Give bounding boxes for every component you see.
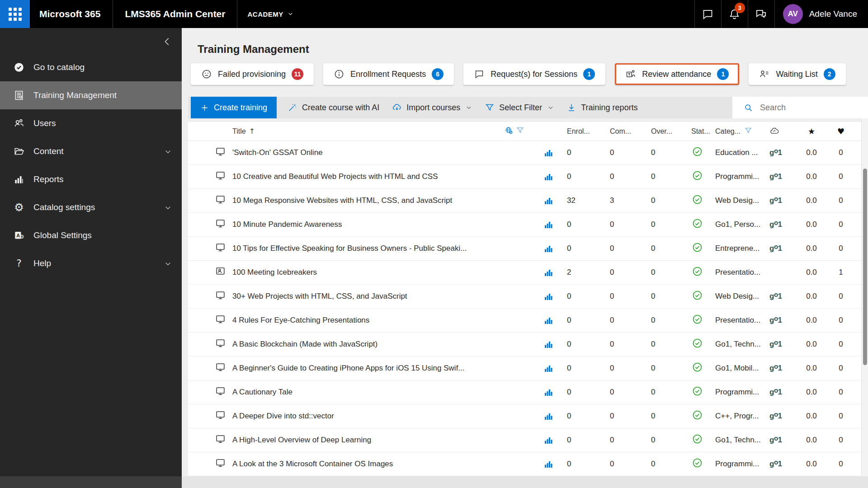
table-row[interactable]: A High-Level Overview of Deep Learning 0… [188, 428, 861, 452]
table-row[interactable]: A Deeper Dive into std::vector 0 0 0 C++… [188, 404, 861, 428]
scrollbar-thumb[interactable] [863, 169, 867, 365]
horizontal-scrollbar[interactable] [182, 476, 868, 488]
status-published-check-icon [692, 361, 703, 375]
header-enrolled[interactable]: Enrol... [558, 127, 601, 136]
search-box[interactable] [732, 97, 868, 118]
header-status[interactable]: Stat... [685, 127, 710, 136]
create-training-button[interactable]: Create training [191, 97, 277, 118]
header-title[interactable]: Title ↑ [231, 126, 538, 136]
header-category[interactable]: Categ... [710, 127, 762, 136]
training-insights-icon[interactable] [543, 316, 553, 325]
training-insights-icon[interactable] [543, 220, 553, 230]
sidebar-item-global-settings[interactable]: A⚙ Global Settings [0, 221, 182, 249]
course-monitor-icon [215, 290, 226, 303]
table-row[interactable]: 'Switch-On' GSSAT Online 0 0 0 Education… [188, 141, 861, 165]
tab-request-s-for-sessions[interactable]: Request(s) for Sessions 1 [463, 63, 605, 85]
tab-enrollment-requests[interactable]: Enrollment Requests 6 [323, 63, 454, 85]
account-button[interactable]: AV Adele Vance [775, 0, 868, 28]
training-insights-icon[interactable] [543, 172, 553, 182]
cell-rating: 0.0 [796, 244, 827, 253]
cell-title[interactable]: A Basic Blockchain (Made with JavaScript… [231, 340, 538, 349]
table-row[interactable]: 10 Tips for Effective Speaking for Busin… [188, 237, 861, 261]
app-launcher-button[interactable] [0, 0, 30, 28]
table-row[interactable]: 4 Rules For Eye-Catching Presentations 0… [188, 309, 861, 333]
sidebar-item-catalog-settings[interactable]: ⚙ Catalog settings [0, 193, 182, 221]
sidebar-item-content[interactable]: Content [0, 137, 182, 165]
chat-button[interactable] [695, 0, 721, 28]
training-insights-icon[interactable] [543, 292, 553, 301]
language-filter-icon[interactable] [505, 126, 513, 136]
category-filter-icon[interactable] [744, 127, 752, 136]
cell-enrolled: 0 [558, 412, 601, 421]
import-courses-button[interactable]: Import courses [386, 97, 478, 118]
training-reports-button[interactable]: Training reports [560, 97, 644, 118]
cell-title[interactable]: 10 Creative and Beautiful Web Projects w… [231, 172, 538, 181]
training-insights-icon[interactable] [543, 268, 553, 277]
sidebar-item-training-management[interactable]: Training Management [0, 81, 182, 109]
cell-title[interactable]: 10 Mega Responsive Websites with HTML, C… [231, 196, 538, 205]
cell-title[interactable]: A Cautionary Tale [231, 388, 538, 397]
vertical-scrollbar[interactable] [861, 118, 868, 476]
brand-microsoft-365[interactable]: Microsoft 365 [30, 9, 113, 19]
table-row[interactable]: A Cautionary Tale 0 0 0 Programmi... go1… [188, 380, 861, 404]
sidebar-item-reports[interactable]: Reports [0, 165, 182, 193]
search-input[interactable] [759, 103, 859, 113]
header-overdue[interactable]: Over... [644, 127, 685, 136]
training-insights-icon[interactable] [543, 388, 553, 397]
cell-enrolled: 0 [558, 436, 601, 445]
training-insights-icon[interactable] [543, 244, 553, 253]
training-insights-icon[interactable] [543, 460, 553, 469]
table-row[interactable]: 10 Mega Responsive Websites with HTML, C… [188, 189, 861, 213]
title-filter-icon[interactable] [516, 126, 524, 136]
create-course-with-ai-button[interactable]: Create course with AI [281, 97, 386, 118]
cell-enrolled: 0 [558, 460, 601, 469]
cell-title[interactable]: A High-Level Overview of Deep Learning [231, 436, 538, 445]
select-filter-button[interactable]: Select Filter [478, 97, 560, 118]
sidebar-item-help[interactable]: ? Help [0, 249, 182, 277]
course-monitor-icon [215, 218, 226, 231]
cell-rating: 0.0 [796, 460, 827, 469]
header-likes[interactable]: ♥ [827, 127, 854, 136]
brand-lms365-admin-center[interactable]: LMS365 Admin Center [113, 9, 237, 19]
table-row[interactable]: A Beginner's Guide to Creating iPhone Ap… [188, 357, 861, 380]
header-content-provider[interactable] [762, 127, 796, 136]
cell-title[interactable]: 100 Meeting Icebreakers [231, 268, 538, 277]
table-row[interactable]: 100 Meeting Icebreakers 2 0 0 Presentati… [188, 261, 861, 285]
topbar-actions: 3 AV Adele Vance [694, 0, 868, 28]
tab-review-attendance[interactable]: Review attendance 1 [615, 63, 739, 85]
status-published-check-icon [692, 146, 703, 160]
cell-title[interactable]: 'Switch-On' GSSAT Online [231, 148, 538, 157]
table-row[interactable]: 10 Minute Pandemic Awareness 0 0 0 Go1, … [188, 213, 861, 237]
table-row[interactable]: A Basic Blockchain (Made with JavaScript… [188, 333, 861, 357]
table-row[interactable]: 10 Creative and Beautiful Web Projects w… [188, 165, 861, 189]
training-insights-icon[interactable] [543, 196, 553, 206]
tab-failed-provisioning[interactable]: Failed provisioning 11 [191, 63, 314, 85]
cell-overdue: 0 [644, 172, 685, 181]
header-rating[interactable]: ★ [796, 127, 827, 136]
training-insights-icon[interactable] [543, 364, 553, 373]
training-insights-icon[interactable] [543, 340, 553, 349]
table-row[interactable]: A Look at the 3 Microsoft Container OS I… [188, 452, 861, 476]
cell-title[interactable]: 4 Rules For Eye-Catching Presentations [231, 316, 538, 325]
help-icon: ? [13, 258, 25, 269]
cell-title[interactable]: 30+ Web Projects with HTML, CSS, and Jav… [231, 292, 538, 301]
table-row[interactable]: 30+ Web Projects with HTML, CSS, and Jav… [188, 285, 861, 309]
training-insights-icon[interactable] [543, 148, 553, 158]
feedback-button[interactable] [748, 0, 774, 28]
training-insights-icon[interactable] [543, 436, 553, 445]
sidebar-collapse-button[interactable] [159, 33, 175, 50]
sidebar-item-users[interactable]: Users [0, 109, 182, 137]
cell-title[interactable]: 10 Tips for Effective Speaking for Busin… [231, 244, 538, 253]
tab-count-badge: 2 [824, 68, 835, 80]
course-monitor-icon [215, 433, 226, 447]
cell-title[interactable]: A Beginner's Guide to Creating iPhone Ap… [231, 364, 538, 373]
header-completed[interactable]: Com... [601, 127, 644, 136]
cell-title[interactable]: A Deeper Dive into std::vector [231, 412, 538, 421]
notifications-button[interactable]: 3 [722, 0, 748, 28]
tab-waiting-list[interactable]: Waiting List 2 [749, 63, 845, 85]
tenant-selector[interactable]: ACADEMY [237, 0, 303, 28]
sidebar-item-go-to-catalog[interactable]: Go to catalog [0, 53, 182, 81]
cell-title[interactable]: 10 Minute Pandemic Awareness [231, 220, 538, 229]
training-insights-icon[interactable] [543, 412, 553, 421]
cell-title[interactable]: A Look at the 3 Microsoft Container OS I… [231, 460, 538, 469]
